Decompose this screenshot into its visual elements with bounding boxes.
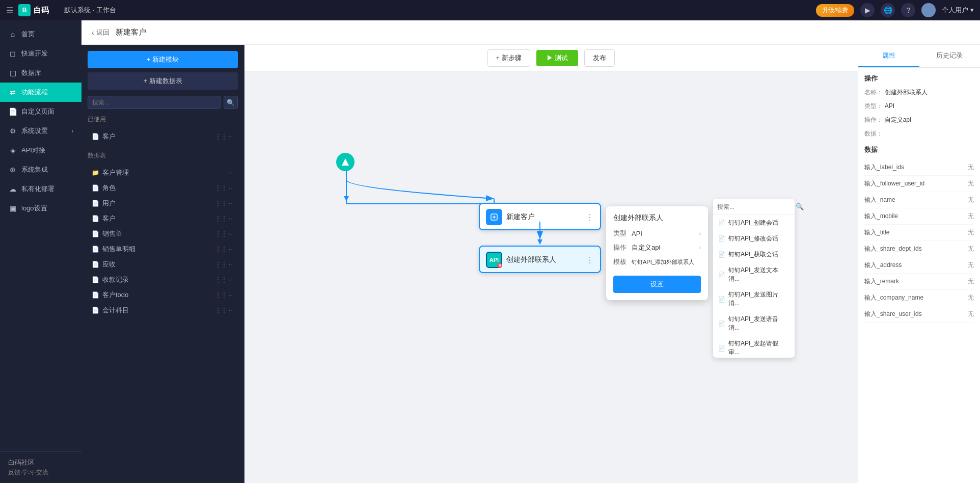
back-button[interactable]: ‹ 返回	[92, 28, 110, 37]
popup-action-value[interactable]: 自定义api ›	[632, 243, 701, 252]
node-create-contact[interactable]: API ✕ 创建外部联系人 ⋮	[479, 246, 601, 273]
sidebar-item-custom-page[interactable]: 📄 自定义页面	[0, 102, 81, 121]
field-type-label: 类型：	[864, 102, 883, 110]
file-icon: 📄	[92, 307, 99, 314]
sidebar-item-private-deploy[interactable]: ☁ 私有化部署	[0, 179, 81, 199]
start-node[interactable]	[336, 153, 355, 171]
item-actions: ⋮⋮ ···	[215, 215, 234, 222]
node-new-customer[interactable]: 新建客户 ⋮	[479, 203, 601, 230]
data-item-0: 输入_label_ids 无	[864, 159, 974, 176]
doc-icon: 📄	[718, 296, 725, 303]
node1-menu[interactable]: ⋮	[586, 212, 594, 222]
table-item-6[interactable]: 📄 应收 ⋮⋮ ···	[88, 257, 238, 272]
table-item-0[interactable]: 📁 客户管理 ···	[88, 165, 238, 180]
upgrade-button[interactable]: 升级/续费	[816, 4, 854, 17]
popup-type-value[interactable]: API ›	[632, 230, 701, 237]
node2-menu[interactable]: ⋮	[586, 255, 594, 265]
table-item-3[interactable]: 📄 客户 ⋮⋮ ···	[88, 211, 238, 226]
file-icon: 📄	[92, 230, 99, 237]
field-action: 操作： 自定义api	[864, 116, 974, 124]
used-item-customer[interactable]: 📄 客户 ⋮⋮ ···	[88, 129, 238, 144]
file-icon: 📄	[92, 276, 99, 283]
dropdown-item-3[interactable]: 📄 钉钉API_发送文本消...	[713, 262, 795, 287]
breadcrumb: 默认系统 · 工作台	[64, 6, 116, 15]
sidebar-item-database[interactable]: ◫ 数据库	[0, 63, 81, 83]
sidebar-item-quick-dev[interactable]: ◻ 快速开发	[0, 44, 81, 63]
menu-icon[interactable]: ☰	[6, 6, 13, 15]
data-item-4: 输入_title 无	[864, 225, 974, 241]
tab-properties[interactable]: 属性	[858, 45, 919, 67]
new-module-button[interactable]: + 新建模块	[88, 51, 238, 68]
node1-title: 新建客户	[506, 212, 582, 222]
left-search-input[interactable]	[88, 96, 221, 109]
home-icon: ⌂	[8, 30, 17, 39]
popup-action-row: 操作 自定义api ›	[613, 243, 701, 252]
sidebar-item-logo-settings[interactable]: ▣ logo设置	[0, 199, 81, 218]
dropdown-item-6[interactable]: 📄 钉钉API_发起请假审...	[713, 336, 795, 358]
sidebar-item-api[interactable]: ◈ API对接	[0, 141, 81, 160]
item-label: 客户todo	[102, 290, 212, 300]
test-button[interactable]: ▶ 测试	[536, 50, 579, 66]
item-actions: ⋮⋮ ···	[215, 184, 234, 192]
file-icon: 📄	[92, 261, 99, 268]
search-dropdown-input[interactable]	[717, 203, 794, 210]
help-icon[interactable]: ?	[901, 3, 915, 17]
data-val-9: 无	[968, 310, 974, 318]
table-item-1[interactable]: 📄 角色 ⋮⋮ ···	[88, 180, 238, 196]
publish-button[interactable]: 发布	[584, 49, 615, 67]
popup-title: 创建外部联系人	[613, 213, 701, 223]
search-icon[interactable]: 🔍	[224, 96, 238, 109]
table-item-2[interactable]: 📄 用户 ⋮⋮ ···	[88, 196, 238, 211]
sidebar-item-system-settings[interactable]: ⚙ 系统设置 ›	[0, 121, 81, 141]
node1-icon	[486, 209, 502, 225]
user-label[interactable]: 个人用户 ▾	[942, 6, 974, 15]
new-step-button[interactable]: + 新步骤	[487, 49, 530, 67]
new-table-button[interactable]: + 新建数据表	[88, 72, 238, 90]
api-icon: ◈	[8, 146, 17, 155]
item-label: 客户	[102, 132, 212, 141]
data-item-8: 输入_company_name 无	[864, 290, 974, 306]
table-item-7[interactable]: 📄 收款记录 ⋮⋮ ···	[88, 272, 238, 287]
settings-button[interactable]: 设置	[613, 276, 701, 293]
popup-template-value[interactable]: 钉钉API_添加外部联系人	[632, 258, 701, 266]
svg-marker-4	[342, 158, 349, 166]
sidebar-item-integration[interactable]: ⊕ 系统集成	[0, 160, 81, 179]
node2-header: API ✕ 创建外部联系人 ⋮	[480, 247, 600, 272]
item-label: 应收	[102, 260, 212, 269]
data-val-2: 无	[968, 196, 974, 204]
community-title[interactable]: 白码社区	[8, 458, 73, 467]
play-icon[interactable]: ▶	[860, 3, 875, 17]
logo-settings-icon: ▣	[8, 204, 17, 213]
data-key-8: 输入_company_name	[864, 293, 968, 302]
field-action-value: 自定义api	[885, 116, 911, 123]
canvas-content[interactable]: 新建客户 ⋮ API ✕	[244, 71, 858, 483]
dropdown-item-4[interactable]: 📄 钉钉API_发送图片消...	[713, 287, 795, 311]
item-actions: ⋮⋮ ···	[215, 261, 234, 268]
sub-layout: + 新建模块 + 新建数据表 🔍 已使用 📄 客户 ⋮⋮ ··· 数据	[81, 45, 980, 483]
left-section-used: 已使用 📄 客户 ⋮⋮ ···	[81, 113, 244, 144]
content: ‹ 返回 新建客户 + 新建模块 + 新建数据表 🔍 已使用	[81, 20, 980, 483]
logo: B 白码	[18, 4, 49, 16]
table-item-4[interactable]: 📄 销售单 ⋮⋮ ···	[88, 226, 238, 242]
table-item-5[interactable]: 📄 销售单明细 ⋮⋮ ···	[88, 242, 238, 257]
data-key-0: 输入_label_ids	[864, 163, 968, 172]
data-val-4: 无	[968, 228, 974, 237]
dropdown-item-5[interactable]: 📄 钉钉API_发送语音消...	[713, 311, 795, 336]
table-item-9[interactable]: 📄 会计科目 ⋮⋮ ···	[88, 303, 238, 318]
field-type: 类型： API	[864, 102, 974, 111]
table-item-8[interactable]: 📄 客户todo ⋮⋮ ···	[88, 287, 238, 303]
avatar[interactable]	[921, 3, 936, 17]
dropdown-item-2[interactable]: 📄 钉钉API_获取会话	[713, 247, 795, 262]
operation-section-title: 操作	[864, 74, 974, 83]
sidebar-item-home[interactable]: ⌂ 首页	[0, 24, 81, 44]
dropdown-item-0[interactable]: 📄 钉钉API_创建会话	[713, 215, 795, 231]
globe-icon[interactable]: 🌐	[881, 3, 895, 17]
dropdown-item-1[interactable]: 📄 钉钉API_修改会话	[713, 231, 795, 247]
sidebar-item-flow[interactable]: ⇄ 功能流程	[0, 83, 81, 102]
tab-history[interactable]: 历史记录	[919, 45, 981, 67]
sidebar-item-label: 私有化部署	[21, 184, 55, 194]
field-data: 数据：	[864, 129, 974, 138]
sidebar-item-label: 快速开发	[21, 49, 48, 58]
sidebar-item-label: 自定义页面	[21, 107, 55, 116]
logo-text: 白码	[34, 6, 49, 15]
